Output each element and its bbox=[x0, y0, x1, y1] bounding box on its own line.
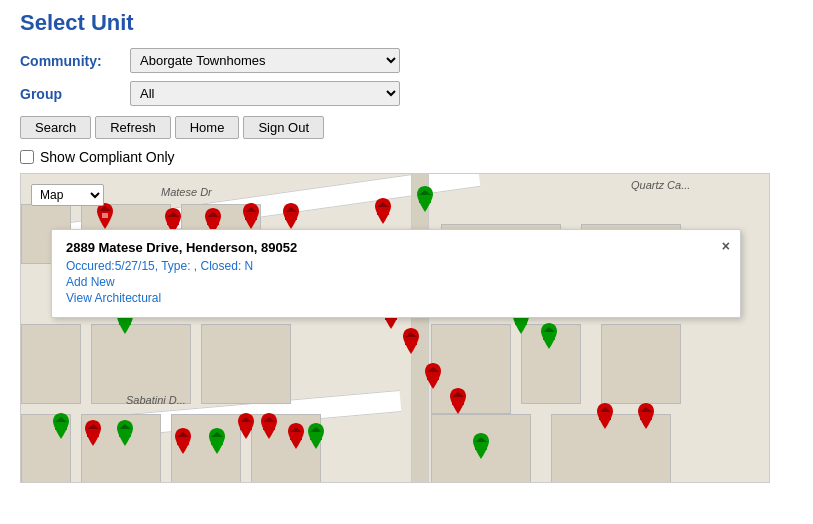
svg-rect-20 bbox=[405, 337, 417, 345]
svg-rect-44 bbox=[427, 372, 439, 380]
popup-address: 2889 Matese Drive, Henderson, 89052 bbox=[66, 240, 726, 255]
svg-rect-22 bbox=[515, 317, 527, 325]
map-pin-green[interactable] bbox=[50, 413, 72, 439]
svg-rect-8 bbox=[245, 212, 257, 220]
map-container[interactable]: Matese Dr Quartz Ca... Sabatini D... Map… bbox=[20, 173, 770, 483]
popup-close-button[interactable]: × bbox=[722, 238, 730, 254]
map-type-select[interactable]: Map Satellite bbox=[31, 184, 104, 206]
map-pin-red[interactable] bbox=[372, 198, 394, 224]
svg-rect-2 bbox=[102, 213, 108, 218]
building-block bbox=[21, 324, 81, 404]
group-label: Group bbox=[20, 86, 130, 102]
street-label-sabatini: Sabatini D... bbox=[126, 394, 186, 406]
map-pin-red[interactable] bbox=[94, 203, 116, 229]
map-pin-red[interactable] bbox=[594, 403, 616, 429]
building-block bbox=[201, 324, 291, 404]
svg-rect-28 bbox=[87, 429, 99, 437]
map-pin-red[interactable] bbox=[280, 203, 302, 229]
map-pin-green[interactable] bbox=[470, 433, 492, 459]
home-button[interactable]: Home bbox=[175, 116, 240, 139]
svg-rect-12 bbox=[377, 207, 389, 215]
map-pin-green[interactable] bbox=[538, 323, 560, 349]
page-wrapper: Select Unit Community: Aborgate Townhome… bbox=[0, 0, 813, 524]
svg-rect-52 bbox=[640, 412, 652, 420]
compliant-row: Show Compliant Only bbox=[20, 149, 793, 165]
street-label-quartz: Quartz Ca... bbox=[631, 179, 690, 191]
svg-rect-36 bbox=[177, 437, 189, 445]
svg-rect-30 bbox=[119, 429, 131, 437]
group-select[interactable]: All Group A Group B bbox=[130, 81, 400, 106]
community-select[interactable]: Aborgate Townhomes Other Community bbox=[130, 48, 400, 73]
building-block bbox=[601, 324, 681, 404]
refresh-button[interactable]: Refresh bbox=[95, 116, 171, 139]
svg-rect-50 bbox=[599, 412, 611, 420]
svg-rect-48 bbox=[475, 442, 487, 450]
map-popup: 2889 Matese Drive, Henderson, 89052 Occu… bbox=[51, 229, 741, 318]
map-pin-red[interactable] bbox=[258, 413, 280, 439]
map-pin-red[interactable] bbox=[447, 388, 469, 414]
svg-rect-10 bbox=[285, 212, 297, 220]
svg-rect-42 bbox=[310, 432, 322, 440]
svg-rect-14 bbox=[419, 195, 431, 203]
svg-rect-32 bbox=[240, 422, 252, 430]
compliant-label: Show Compliant Only bbox=[40, 149, 175, 165]
street-label-matese: Matese Dr bbox=[161, 186, 212, 198]
map-pin-red[interactable] bbox=[400, 328, 422, 354]
group-row: Group All Group A Group B bbox=[20, 81, 793, 106]
svg-rect-46 bbox=[452, 397, 464, 405]
svg-rect-38 bbox=[211, 437, 223, 445]
popup-add-new-link[interactable]: Add New bbox=[66, 275, 726, 289]
community-label: Community: bbox=[20, 53, 130, 69]
page-title: Select Unit bbox=[20, 10, 793, 36]
popup-occurred-link[interactable]: Occured:5/27/15, Type: , Closed: N bbox=[66, 259, 726, 273]
map-pin-red[interactable] bbox=[635, 403, 657, 429]
map-pin-green[interactable] bbox=[114, 420, 136, 446]
svg-rect-26 bbox=[55, 422, 67, 430]
svg-rect-24 bbox=[543, 332, 555, 340]
search-button[interactable]: Search bbox=[20, 116, 91, 139]
map-pin-red[interactable] bbox=[172, 428, 194, 454]
popup-view-arch-link[interactable]: View Architectural bbox=[66, 291, 726, 305]
map-pin-red[interactable] bbox=[285, 423, 307, 449]
toolbar: Search Refresh Home Sign Out bbox=[20, 116, 793, 139]
map-pin-green[interactable] bbox=[414, 186, 436, 212]
building-block bbox=[91, 324, 191, 404]
svg-rect-4 bbox=[167, 217, 179, 225]
svg-rect-40 bbox=[290, 432, 302, 440]
map-pin-red[interactable] bbox=[422, 363, 444, 389]
map-pin-red[interactable] bbox=[240, 203, 262, 229]
compliant-checkbox[interactable] bbox=[20, 150, 34, 164]
map-pin-red[interactable] bbox=[82, 420, 104, 446]
svg-rect-6 bbox=[207, 217, 219, 225]
community-row: Community: Aborgate Townhomes Other Comm… bbox=[20, 48, 793, 73]
signout-button[interactable]: Sign Out bbox=[243, 116, 324, 139]
map-pin-green[interactable] bbox=[206, 428, 228, 454]
map-pin-green[interactable] bbox=[305, 423, 327, 449]
svg-rect-16 bbox=[119, 317, 131, 325]
map-pin-red[interactable] bbox=[235, 413, 257, 439]
svg-rect-34 bbox=[263, 422, 275, 430]
